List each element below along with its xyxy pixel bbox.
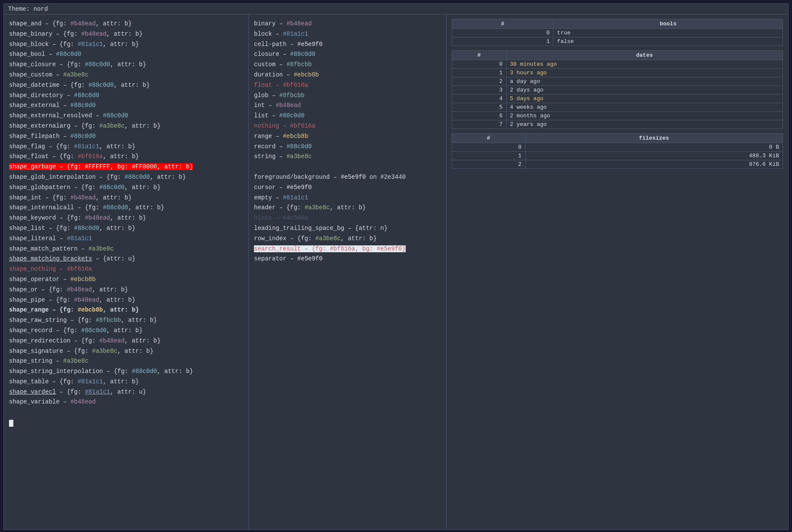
table-row: 0 30 minutes ago	[452, 60, 783, 69]
list-item: shape_variable – #b48ead	[9, 397, 243, 407]
list-item: shape_internalcall – {fg: #88c0d0, attr:…	[9, 203, 243, 213]
dates-table: # dates 0 30 minutes ago 1 3 hours ago 2	[452, 50, 783, 129]
row-index: 6	[452, 112, 507, 120]
row-index: 1	[452, 152, 526, 160]
list-item: shape_vardecl – {fg: #81a1c1, attr: u}	[9, 387, 243, 397]
bools-col-label: bools	[553, 19, 783, 29]
list-item: leading_trailing_space_bg – {attr: n}	[254, 223, 441, 234]
list-item: shape_range – {fg: #ebcb8b, attr: b}	[9, 305, 243, 315]
row-index: 0	[452, 60, 507, 69]
list-item: shape_external_resolved – #88c0d0	[9, 111, 243, 121]
list-item: glob – #8fbcbb	[254, 91, 441, 101]
row-value: true	[553, 29, 783, 37]
table-row: 1 488.3 KiB	[452, 152, 783, 160]
main-container: Theme: nord shape_and – {fg: #b48ead, at…	[3, 3, 789, 530]
row-index: 2	[452, 77, 507, 86]
list-item: header – {fg: #a3be8c, attr: b}	[254, 203, 441, 213]
list-item: shape_custom – #a3be8c	[9, 70, 243, 80]
row-value: 3 hours ago	[506, 69, 783, 77]
table-row: 3 2 days ago	[452, 86, 783, 95]
table-row: 1 false	[452, 37, 783, 46]
list-item: shape_literal – #81a1c1	[9, 234, 243, 244]
col2-types: binary – #b48ead block – #81a1c1 cell-pa…	[249, 15, 446, 529]
list-item: cursor – #e5e9f0	[254, 183, 441, 193]
dates-col-hash: #	[452, 51, 507, 60]
row-value: 30 minutes ago	[506, 60, 783, 69]
list-item: shape_redirection – {fg: #b48ead, attr: …	[9, 336, 243, 346]
list-item: shape_keyword – {fg: #b48ead, attr: b}	[9, 213, 243, 223]
bools-col-hash: #	[452, 19, 553, 29]
list-item: record – #88c0d0	[254, 142, 441, 152]
list-item: shape_glob_interpolation – {fg: #88c0d0,…	[9, 172, 243, 183]
row-index: 3	[452, 86, 507, 95]
list-item: shape_signature – {fg: #a3be8c, attr: b}	[9, 346, 243, 357]
bools-table: # bools 0 true 1 false	[452, 19, 783, 46]
filesizes-col-label: filesizes	[525, 134, 783, 143]
list-item: cell-path – #e5e9f0	[254, 40, 441, 50]
list-item: custom – #8fbcbb	[254, 60, 441, 70]
row-index: 1	[452, 37, 553, 46]
theme-bar: Theme: nord	[4, 4, 788, 15]
table-row: 2 976.6 KiB	[452, 160, 783, 169]
list-item: shape_string – #a3be8c	[9, 356, 243, 367]
row-value: a day ago	[506, 77, 783, 86]
list-item: hints – #4c566a	[254, 213, 441, 223]
row-index: 5	[452, 103, 507, 112]
row-index: 1	[452, 69, 507, 77]
list-item: separator – #e5e9f0	[254, 254, 441, 264]
row-index: 0	[452, 143, 526, 152]
list-item: shape_string_interpolation – {fg: #88c0d…	[9, 367, 243, 377]
shape-garbage-line: shape_garbage – {fg: #FFFFFF, bg: #FF000…	[9, 162, 243, 172]
row-index: 4	[452, 95, 507, 103]
row-value: 0 B	[525, 143, 783, 152]
list-item: shape_external – #88c0d0	[9, 101, 243, 111]
list-item: range – #ebcb8b	[254, 131, 441, 142]
row-value: 488.3 KiB	[525, 152, 783, 160]
list-item: shape_match_pattern – #a3be8c	[9, 244, 243, 254]
list-item: shape_bool – #88c0d0	[9, 49, 243, 60]
list-item: shape_record – {fg: #88c0d0, attr: b}	[9, 326, 243, 336]
row-value: 2 days ago	[506, 86, 783, 95]
list-item: shape_operator – #ebcb8b	[9, 275, 243, 285]
list-item: float – #bf616a	[254, 80, 441, 91]
list-item: shape_globpattern – {fg: #88c0d0, attr: …	[9, 183, 243, 193]
list-item: shape_raw_string – {fg: #8fbcbb, attr: b…	[9, 315, 243, 326]
list-item: shape_filepath – #88c0d0	[9, 131, 243, 142]
search-result-line: search_result – {fg: #bf616a, bg: #e5e9f…	[254, 244, 441, 254]
list-item: shape_list – {fg: #88c0d0, attr: b}	[9, 223, 243, 234]
table-row: 6 2 months ago	[452, 112, 783, 120]
list-item: row_index – {fg: #a3be8c, attr: b}	[254, 234, 441, 244]
row-value: 4 weeks ago	[506, 103, 783, 112]
filesizes-table: # filesizes 0 0 B 1 488.3 KiB 2	[452, 133, 783, 169]
list-item: shape_flag – {fg: #81a1c1, attr: b}	[9, 142, 243, 152]
list-item: shape_externalarg – {fg: #a3be8c, attr: …	[9, 121, 243, 131]
row-value: 2 months ago	[506, 112, 783, 120]
row-value: 976.6 KiB	[525, 160, 783, 169]
list-item: string – #a3be8c	[254, 152, 441, 162]
row-index: 0	[452, 29, 553, 37]
list-item: shape_or – {fg: #b48ead, attr: b}	[9, 285, 243, 295]
table-row: 5 4 weeks ago	[452, 103, 783, 112]
list-item: shape_float – {fg: #bf616a, attr: b}	[9, 152, 243, 162]
list-item: shape_matching_brackets – {attr: u}	[9, 254, 243, 264]
dates-col-label: dates	[506, 51, 783, 60]
row-value: 2 years ago	[506, 120, 783, 129]
row-index: 7	[452, 120, 507, 129]
list-item: int – #b48ead	[254, 101, 441, 111]
list-item: shape_table – {fg: #81a1c1, attr: b}	[9, 377, 243, 387]
filesizes-col-hash: #	[452, 134, 526, 143]
list-item: shape_binary – {fg: #b48ead, attr: b}	[9, 29, 243, 40]
row-index: 2	[452, 160, 526, 169]
list-item: duration – #ebcb8b	[254, 70, 441, 80]
list-item: shape_datetime – {fg: #88c0d0, attr: b}	[9, 80, 243, 91]
list-item: empty – #81a1c1	[254, 193, 441, 203]
table-row: 0 0 B	[452, 143, 783, 152]
list-item: shape_directory – #88c0d0	[9, 91, 243, 101]
col1-shapes: shape_and – {fg: #b48ead, attr: b} shape…	[4, 15, 249, 529]
list-item: shape_closure – {fg: #88c0d0, attr: b}	[9, 60, 243, 70]
list-item: shape_and – {fg: #b48ead, attr: b}	[9, 19, 243, 29]
list-item: nothing – #bf616a	[254, 121, 441, 131]
list-item: block – #81a1c1	[254, 29, 441, 40]
col3-tables: # bools 0 true 1 false	[446, 15, 788, 529]
table-row: 4 5 days ago	[452, 95, 783, 103]
